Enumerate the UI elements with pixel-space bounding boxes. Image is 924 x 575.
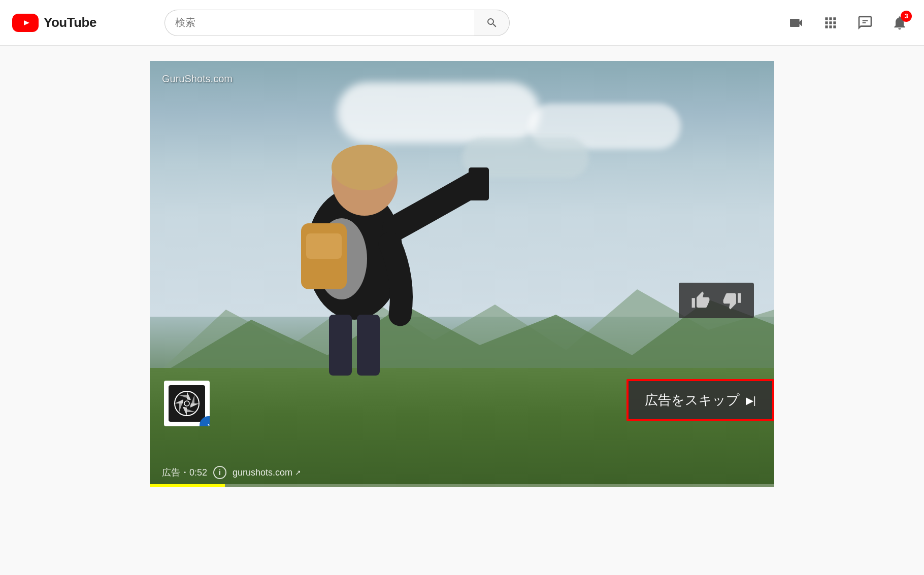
- like-dislike-overlay: [679, 283, 754, 318]
- ad-info-icon[interactable]: i: [213, 466, 226, 479]
- skip-ad-button[interactable]: 広告をスキップ ▶|: [629, 381, 772, 419]
- notification-badge: 3: [901, 11, 912, 22]
- youtube-wordmark: YouTube: [44, 15, 96, 30]
- channel-logo-overlay: ›: [164, 381, 210, 426]
- header-actions: 3: [784, 11, 912, 35]
- ad-info-bar: 広告・0:52 i gurushots.com ↗: [162, 466, 301, 479]
- skip-ad-button-wrapper: 広告をスキップ ▶|: [626, 379, 774, 421]
- search-button[interactable]: [474, 10, 510, 36]
- messages-icon: [857, 15, 873, 31]
- notifications-button[interactable]: 3: [887, 11, 912, 35]
- external-link-icon: ↗: [295, 468, 301, 477]
- progress-bar-fill: [150, 484, 225, 487]
- search-input[interactable]: [164, 10, 474, 36]
- channel-logo-inner: [169, 385, 205, 422]
- ad-link-text: gurushots.com: [233, 467, 292, 478]
- aperture-icon: [173, 390, 201, 417]
- search-icon: [486, 17, 498, 29]
- thumbs-up-icon[interactable]: [691, 291, 710, 310]
- apps-button[interactable]: [818, 11, 843, 35]
- header: YouTube: [0, 0, 924, 46]
- search-area: [164, 10, 510, 36]
- main-content: GuruShots.com 広告をスキップ ▶|: [0, 46, 924, 502]
- skip-arrow-icon: ▶|: [746, 394, 756, 407]
- video-player[interactable]: GuruShots.com 広告をスキップ ▶|: [150, 61, 774, 487]
- create-button[interactable]: [784, 11, 808, 35]
- cloud-1: [337, 82, 540, 143]
- ad-label: 広告・0:52: [162, 466, 207, 479]
- cloud-3: [462, 138, 589, 178]
- logo-area[interactable]: YouTube: [12, 14, 144, 32]
- video-player-wrapper: GuruShots.com 広告をスキップ ▶|: [150, 61, 774, 487]
- ad-link[interactable]: gurushots.com ↗: [233, 467, 301, 478]
- thumbs-down-icon[interactable]: [722, 291, 742, 310]
- progress-bar-container[interactable]: [150, 484, 774, 487]
- create-icon: [788, 15, 804, 31]
- messages-button[interactable]: [853, 11, 877, 35]
- apps-icon: [822, 15, 839, 31]
- skip-ad-label: 広告をスキップ: [645, 391, 740, 409]
- svg-marker-0: [24, 20, 29, 25]
- youtube-logo-icon: [12, 14, 39, 32]
